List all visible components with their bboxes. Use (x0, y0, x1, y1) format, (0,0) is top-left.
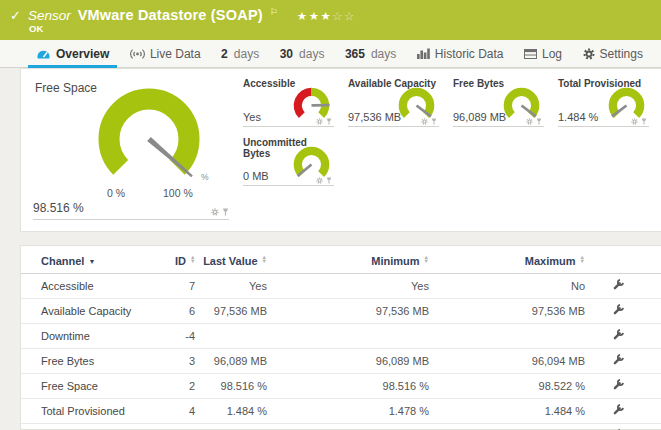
column-header-id[interactable]: ID (171, 246, 199, 274)
column-header-minimum[interactable]: Minimum (271, 246, 433, 274)
wrench-icon[interactable] (612, 329, 624, 341)
mini-gauge-value: 0 MB (243, 170, 269, 182)
column-header-actions (589, 246, 661, 274)
cell-last-value: 0 MB (199, 424, 271, 430)
table-row[interactable]: Free Space 2 98.516 % 98.516 % 98.522 % (21, 374, 661, 399)
stars-filled[interactable]: ★★★ (297, 10, 332, 22)
cell-minimum: 98.516 % (271, 374, 433, 399)
channel-table: Channel ID Last Value Minimum Maximum Ac… (21, 246, 661, 430)
tab-settings-label: Settings (600, 47, 643, 61)
table-row[interactable]: Accessible 7 Yes Yes No (21, 274, 661, 299)
cell-actions (589, 399, 661, 424)
mini-gauge-value: Yes (243, 111, 261, 123)
sort-icon (580, 255, 585, 263)
gauge-gear-icon[interactable] (316, 177, 323, 184)
mini-gauge-cell: Available Capacity 97,536 MB (348, 75, 439, 127)
gauge-unit-label: % (201, 172, 209, 182)
cell-actions (589, 374, 661, 399)
wrench-icon[interactable] (612, 379, 624, 391)
tab-live-data-label: Live Data (150, 47, 201, 61)
cell-id: 2 (171, 374, 199, 399)
mini-gauge-cell: Accessible Yes (243, 75, 334, 127)
gauge-gear-icon[interactable] (316, 118, 323, 125)
cell-actions (589, 349, 661, 374)
cell-channel: Available Capacity (21, 299, 171, 324)
table-row[interactable]: Downtime -4 (21, 324, 661, 349)
gauge-pin-icon[interactable] (431, 118, 437, 125)
tab-log[interactable]: Log (514, 40, 572, 67)
sensor-header: ✓ Sensor VMware Datastore (SOAP) ⚐ ★★★☆☆… (0, 0, 661, 40)
mini-gauge-value: 1.484 % (558, 111, 598, 123)
tab-historic-data-label: Historic Data (435, 47, 504, 61)
cell-minimum: Yes (271, 274, 433, 299)
gauge-gear-icon[interactable] (526, 118, 533, 125)
free-space-gauge-cell: Free Space 0 % 100 % % 98.516 % (21, 69, 241, 233)
tab-overview-label: Overview (56, 47, 109, 61)
gauge-pin-icon[interactable] (536, 118, 542, 125)
cell-actions (589, 274, 661, 299)
gauge-pin-icon[interactable] (641, 118, 647, 125)
cell-maximum: No (433, 274, 589, 299)
table-row[interactable]: Uncommitted Bytes 5 0 MB 0 MB 0 MB (21, 424, 661, 430)
cell-id: -4 (171, 324, 199, 349)
table-row[interactable]: Available Capacity 6 97,536 MB 97,536 MB… (21, 299, 661, 324)
sort-icon (262, 255, 267, 263)
cell-channel: Accessible (21, 274, 171, 299)
cell-channel: Free Space (21, 374, 171, 399)
cell-maximum: 97,536 MB (433, 299, 589, 324)
cell-minimum: 1.478 % (271, 399, 433, 424)
tab-30-days-number: 30 (280, 47, 293, 61)
priority-stars[interactable]: ★★★☆☆ (297, 9, 356, 23)
cell-minimum: 96,089 MB (271, 349, 433, 374)
gauges-panel: Free Space 0 % 100 % % 98.516 % Accessib… (20, 68, 661, 232)
cell-actions (589, 424, 661, 430)
column-header-maximum[interactable]: Maximum (433, 246, 589, 274)
gauge-gear-icon[interactable] (211, 208, 219, 216)
tab-30-days[interactable]: 30 days (270, 40, 335, 67)
sensor-kind-label: Sensor (28, 8, 71, 23)
cell-channel: Free Bytes (21, 349, 171, 374)
tab-live-data[interactable]: Live Data (120, 40, 211, 67)
cell-maximum: 0 MB (433, 424, 589, 430)
gauge-gear-icon[interactable] (421, 118, 428, 125)
gauge-icon (36, 48, 51, 60)
tab-settings[interactable]: Settings (573, 40, 653, 67)
status-check-icon: ✓ (10, 8, 21, 23)
sort-icon (424, 255, 429, 263)
log-table-icon (524, 49, 537, 59)
tab-365-days[interactable]: 365 days (335, 40, 406, 67)
cell-maximum (433, 324, 589, 349)
cell-minimum: 97,536 MB (271, 299, 433, 324)
tab-2-days[interactable]: 2 days (211, 40, 269, 67)
cell-channel: Downtime (21, 324, 171, 349)
gauge-pin-icon[interactable] (326, 118, 332, 125)
column-header-channel[interactable]: Channel (21, 246, 171, 274)
status-badge: OK (29, 23, 43, 34)
column-header-last-value[interactable]: Last Value (199, 246, 271, 274)
cell-last-value: 96,089 MB (199, 349, 271, 374)
table-row[interactable]: Total Provisioned 4 1.484 % 1.478 % 1.48… (21, 399, 661, 424)
gauge-gear-icon[interactable] (631, 118, 638, 125)
wrench-icon[interactable] (612, 354, 624, 366)
tab-overview[interactable]: Overview (26, 40, 119, 67)
live-icon (130, 48, 145, 60)
free-space-gauge-footer: 98.516 % (33, 201, 229, 220)
table-row[interactable]: Free Bytes 3 96,089 MB 96,089 MB 96,094 … (21, 349, 661, 374)
stars-empty[interactable]: ☆☆ (332, 10, 356, 22)
flag-icon[interactable]: ⚐ (270, 7, 278, 17)
sort-desc-icon (88, 258, 95, 265)
free-space-gauge (49, 77, 249, 195)
tab-historic-data[interactable]: Historic Data (407, 40, 514, 67)
wrench-icon[interactable] (612, 279, 624, 291)
tab-365-days-number: 365 (345, 47, 365, 61)
gauge-pin-icon[interactable] (222, 208, 229, 216)
wrench-icon[interactable] (612, 304, 624, 316)
cell-id: 3 (171, 349, 199, 374)
free-space-gauge-value: 98.516 % (33, 201, 84, 215)
mini-gauge-cell: Total Provisioned 1.484 % (558, 75, 649, 127)
cell-id: 7 (171, 274, 199, 299)
wrench-icon[interactable] (612, 404, 624, 416)
mini-gauge-cell: Uncommitted Bytes 0 MB (243, 134, 334, 186)
gear-icon (583, 48, 595, 60)
gauge-pin-icon[interactable] (326, 177, 332, 184)
